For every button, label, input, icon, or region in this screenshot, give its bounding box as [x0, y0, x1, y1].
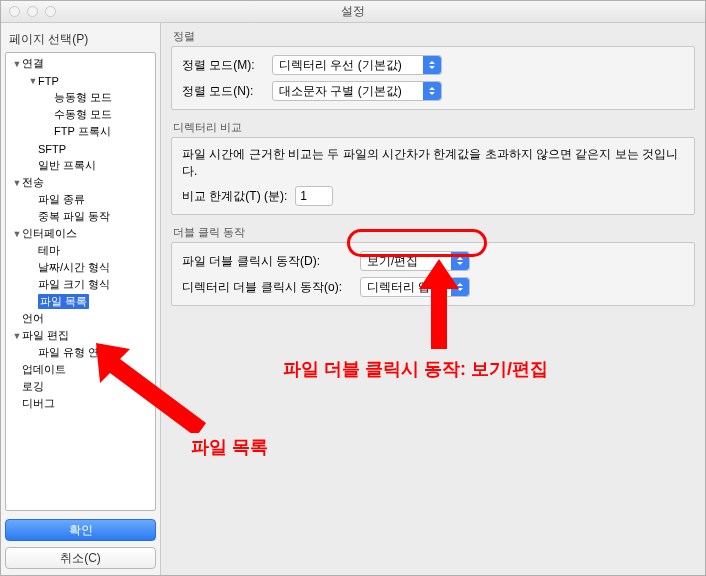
tree-item[interactable]: 파일 목록 [6, 293, 155, 310]
tree-item-label: 날짜/시간 형식 [38, 260, 110, 275]
sidebar: 페이지 선택(P) ▼연결▼FTP능동형 모드수동형 모드FTP 프록시SFTP… [1, 23, 161, 575]
window-title: 설정 [1, 3, 705, 20]
tree-item[interactable]: 파일 유형 연결 [6, 344, 155, 361]
tree-item-label: 일반 프록시 [38, 158, 96, 173]
disclosure-triangle-icon[interactable]: ▼ [28, 76, 38, 86]
tree-item[interactable]: 테마 [6, 242, 155, 259]
tree-item-label: 수동형 모드 [54, 107, 112, 122]
disclosure-triangle-icon[interactable]: ▼ [12, 331, 22, 341]
compare-group: 파일 시간에 근거한 비교는 두 파일의 시간차가 한계값을 초과하지 않으면 … [171, 137, 695, 215]
tree-item-label: 연결 [22, 56, 44, 71]
sort-mode-n-value: 대소문자 구별 (기본값) [279, 83, 402, 100]
tree-item[interactable]: 일반 프록시 [6, 157, 155, 174]
sort-group-title: 정렬 [173, 29, 695, 44]
dblclick-file-value: 보기/편집 [367, 253, 418, 270]
tree-item[interactable]: 중복 파일 동작 [6, 208, 155, 225]
tree-item-label: 전송 [22, 175, 44, 190]
compare-threshold-label: 비교 한계값(T) (분): [182, 188, 287, 205]
tree-item-label: 파일 유형 연결 [38, 345, 110, 360]
dblclick-dir-select[interactable]: 디렉터리 입력 [360, 277, 470, 297]
disclosure-triangle-icon[interactable]: ▼ [12, 229, 22, 239]
tree-item[interactable]: 날짜/시간 형식 [6, 259, 155, 276]
tree-item-label: 테마 [38, 243, 60, 258]
sort-mode-n-select[interactable]: 대소문자 구별 (기본값) [272, 81, 442, 101]
tree-item-label: 파일 목록 [38, 294, 89, 309]
tree-item-label: 파일 크기 형식 [38, 277, 110, 292]
chevron-updown-icon [423, 82, 441, 100]
dblclick-dir-value: 디렉터리 입력 [367, 279, 442, 296]
tree-item-label: 디버그 [22, 396, 55, 411]
tree-item[interactable]: ▼인터페이스 [6, 225, 155, 242]
tree-item[interactable]: 능동형 모드 [6, 89, 155, 106]
tree-item-label: 인터페이스 [22, 226, 77, 241]
chevron-updown-icon [451, 252, 469, 270]
compare-threshold-input[interactable] [295, 186, 333, 206]
dblclick-group: 파일 더블 클릭시 동작(D): 보기/편집 디렉터리 더블 클릭시 동작(o)… [171, 242, 695, 306]
compare-group-title: 디렉터리 비교 [173, 120, 695, 135]
compare-desc: 파일 시간에 근거한 비교는 두 파일의 시간차가 한계값을 초과하지 않으면 … [182, 146, 684, 180]
tree-item[interactable]: 디버그 [6, 395, 155, 412]
tree-item[interactable]: ▼FTP [6, 72, 155, 89]
tree-item-label: 중복 파일 동작 [38, 209, 110, 224]
tree-item[interactable]: 파일 크기 형식 [6, 276, 155, 293]
tree-item-label: 파일 편집 [22, 328, 69, 343]
dblclick-file-label: 파일 더블 클릭시 동작(D): [182, 253, 352, 270]
tree-item[interactable]: 언어 [6, 310, 155, 327]
dblclick-group-title: 더블 클릭 동작 [173, 225, 695, 240]
tree-item[interactable]: ▼연결 [6, 55, 155, 72]
dblclick-file-select[interactable]: 보기/편집 [360, 251, 470, 271]
ok-button[interactable]: 확인 [5, 519, 156, 541]
tree-item[interactable]: ▼파일 편집 [6, 327, 155, 344]
dblclick-dir-label: 디렉터리 더블 클릭시 동작(o): [182, 279, 352, 296]
cancel-button[interactable]: 취소(C) [5, 547, 156, 569]
tree-item[interactable]: 수동형 모드 [6, 106, 155, 123]
page-tree[interactable]: ▼연결▼FTP능동형 모드수동형 모드FTP 프록시SFTP일반 프록시▼전송파… [5, 52, 156, 511]
tree-item[interactable]: 파일 종류 [6, 191, 155, 208]
tree-item[interactable]: FTP 프록시 [6, 123, 155, 140]
tree-item[interactable]: 업데이트 [6, 361, 155, 378]
tree-item-label: SFTP [38, 143, 66, 155]
disclosure-triangle-icon[interactable]: ▼ [12, 178, 22, 188]
tree-item-label: 능동형 모드 [54, 90, 112, 105]
tree-item[interactable]: SFTP [6, 140, 155, 157]
sort-mode-m-label: 정렬 모드(M): [182, 57, 264, 74]
sort-mode-m-value: 디렉터리 우선 (기본값) [279, 57, 402, 74]
tree-item-label: 업데이트 [22, 362, 66, 377]
page-select-label: 페이지 선택(P) [9, 31, 156, 48]
sort-mode-m-select[interactable]: 디렉터리 우선 (기본값) [272, 55, 442, 75]
tree-item-label: FTP [38, 75, 59, 87]
tree-item-label: 언어 [22, 311, 44, 326]
chevron-updown-icon [451, 278, 469, 296]
titlebar: 설정 [1, 1, 705, 23]
tree-item[interactable]: ▼전송 [6, 174, 155, 191]
sort-group: 정렬 모드(M): 디렉터리 우선 (기본값) 정렬 모드(N): 대소문자 구… [171, 46, 695, 110]
tree-item-label: 로깅 [22, 379, 44, 394]
chevron-updown-icon [423, 56, 441, 74]
tree-item-label: 파일 종류 [38, 192, 85, 207]
sort-mode-n-label: 정렬 모드(N): [182, 83, 264, 100]
disclosure-triangle-icon[interactable]: ▼ [12, 59, 22, 69]
main-panel: 정렬 정렬 모드(M): 디렉터리 우선 (기본값) 정렬 모드(N): 대소문… [161, 23, 705, 575]
tree-item-label: FTP 프록시 [54, 124, 111, 139]
tree-item[interactable]: 로깅 [6, 378, 155, 395]
